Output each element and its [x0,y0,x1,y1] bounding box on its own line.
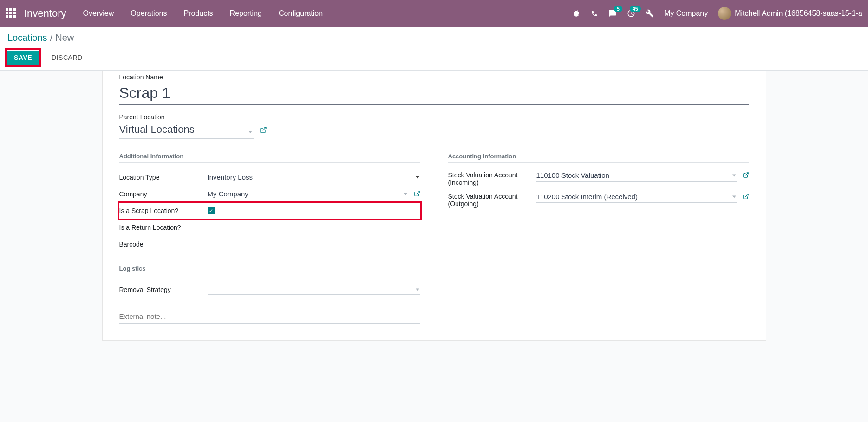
location-type-value: Inventory Loss [208,173,253,181]
right-column: Accounting Information Stock Valuation A… [448,153,749,324]
menu-operations[interactable]: Operations [131,9,167,18]
sva-outgoing-select[interactable]: 110200 Stock Interim (Received) [536,191,737,203]
location-name-input[interactable] [119,83,749,105]
save-button[interactable]: SAVE [7,51,39,65]
chat-icon[interactable]: 5 [608,9,617,18]
sva-incoming-value: 110100 Stock Valuation [536,171,609,179]
location-name-label: Location Name [119,73,749,81]
scrap-location-label: Is a Scrap Location? [119,207,208,214]
nav-right: 5 45 My Company Mitchell Admin (16856458… [572,7,862,20]
phone-icon[interactable] [591,10,598,17]
parent-location-label: Parent Location [119,113,749,121]
control-panel: Locations/New SAVE DISCARD [0,27,868,71]
sva-incoming-label: Stock Valuation Account (Incoming) [448,169,536,186]
avatar [718,7,731,20]
main-menu: Overview Operations Products Reporting C… [83,9,572,18]
external-link-icon[interactable] [743,193,749,201]
return-location-checkbox[interactable] [208,224,215,231]
apps-icon[interactable] [6,8,17,19]
sva-outgoing-label: Stock Valuation Account (Outgoing) [448,191,536,208]
external-link-icon[interactable] [260,126,267,135]
chevron-down-icon [248,131,252,133]
left-column: Additional Information Location Type Inv… [119,153,420,324]
sva-outgoing-value: 110200 Stock Interim (Received) [536,193,638,201]
discard-button[interactable]: DISCARD [45,51,89,65]
top-nav: Inventory Overview Operations Products R… [0,0,868,27]
parent-location-value: Virtual Locations [119,123,254,139]
tools-icon[interactable] [646,9,654,18]
sva-incoming-select[interactable]: 110100 Stock Valuation [536,169,737,182]
chevron-down-icon [416,176,419,178]
location-type-select[interactable]: Inventory Loss [208,171,420,183]
company-switcher[interactable]: My Company [664,9,708,18]
user-menu[interactable]: Mitchell Admin (16856458-saas-15-1-a [718,7,862,20]
activity-icon[interactable]: 45 [627,9,635,18]
section-logistics: Logistics [119,265,420,275]
return-location-label: Is a Return Location? [119,224,208,231]
scrap-location-checkbox[interactable]: ✓ [208,207,215,214]
section-accounting: Accounting Information [448,153,749,163]
breadcrumb-root[interactable]: Locations [7,32,47,43]
company-label: Company [119,190,208,198]
parent-location-select[interactable]: Virtual Locations [119,123,254,139]
menu-overview[interactable]: Overview [83,9,114,18]
activity-badge: 45 [630,6,641,12]
company-value: My Company [208,190,248,198]
external-link-icon[interactable] [414,190,420,198]
external-link-icon[interactable] [743,172,749,180]
menu-reporting[interactable]: Reporting [230,9,262,18]
barcode-input[interactable] [208,238,420,250]
removal-strategy-label: Removal Strategy [119,286,208,293]
breadcrumb: Locations/New [7,32,861,43]
brand-label[interactable]: Inventory [24,7,66,19]
bug-icon[interactable] [572,9,581,18]
breadcrumb-current: New [55,32,74,43]
user-label: Mitchell Admin (16856458-saas-15-1-a [735,9,862,18]
chevron-down-icon [732,174,736,176]
section-additional-info: Additional Information [119,153,420,163]
chevron-down-icon [732,195,736,198]
chevron-down-icon [404,193,407,195]
chat-badge: 5 [614,6,622,12]
location-type-label: Location Type [119,174,208,181]
barcode-label: Barcode [119,240,208,248]
menu-configuration[interactable]: Configuration [279,9,323,18]
chevron-down-icon [416,288,419,291]
external-note-input[interactable] [119,310,420,324]
menu-products[interactable]: Products [183,9,213,18]
company-select[interactable]: My Company [208,188,408,200]
removal-strategy-select[interactable] [208,285,420,295]
form-sheet: Location Name Parent Location Virtual Lo… [102,71,766,341]
